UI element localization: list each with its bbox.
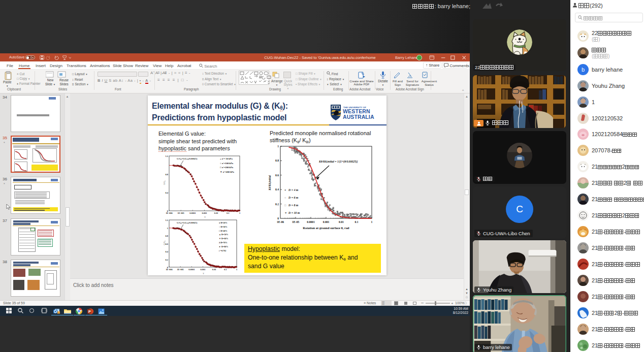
svg-text:P: P	[88, 309, 91, 314]
svg-text:○: ○	[284, 196, 286, 199]
svg-text:1: 1	[277, 145, 279, 148]
svg-text:0.1: 0.1	[227, 212, 230, 214]
svg-text:□ R=40%: □ R=40%	[219, 230, 228, 232]
svg-text:0.8: 0.8	[165, 235, 168, 237]
svg-text:0.0001: 0.0001	[307, 220, 315, 223]
svg-text:0.001: 0.001	[201, 268, 206, 271]
svg-text:e′=0.762: e′=0.762	[219, 249, 226, 252]
svg-text:0.4: 0.4	[275, 188, 279, 191]
svg-text:0.1: 0.1	[355, 220, 359, 223]
svg-text:1.2: 1.2	[165, 155, 168, 157]
svg-text:▼ σ′=400 kPa: ▼ σ′=400 kPa	[220, 171, 235, 173]
svg-text:0.001: 0.001	[202, 212, 207, 214]
svg-text:0.8: 0.8	[165, 173, 168, 176]
svg-text:0.01: 0.01	[214, 212, 218, 214]
svg-text:D = 8 m: D = 8 m	[288, 204, 299, 207]
svg-text:▼ R=60%: ▼ R=60%	[219, 237, 228, 240]
svg-text:+ σ′= 50 kPa: + σ′= 50 kPa	[220, 157, 233, 160]
svg-text:0.0001: 0.0001	[188, 268, 195, 271]
svg-text:0.001: 0.001	[323, 220, 330, 223]
svg-text:1E-006: 1E-006	[166, 212, 173, 214]
svg-text:0.0001: 0.0001	[189, 212, 196, 214]
svg-text:0.01: 0.01	[212, 268, 216, 271]
svg-text:G/G₀=1/(1+γ/0.00025): G/G₀=1/(1+γ/0.00025)	[177, 157, 198, 160]
svg-text:0.4: 0.4	[165, 191, 168, 194]
svg-text:○ σ′=100 kPa: ○ σ′=100 kPa	[220, 162, 234, 165]
svg-text:D = 10 m: D = 10 m	[288, 211, 300, 214]
svg-text:∆ R=70%: ∆ R=70%	[219, 241, 228, 244]
svg-text:1E-005: 1E-005	[178, 212, 185, 214]
svg-text:1: 1	[167, 227, 169, 230]
svg-text:▲ R=50%: ▲ R=50%	[219, 233, 228, 236]
svg-text:0.4: 0.4	[165, 250, 168, 253]
svg-text:● R=20%: ● R=20%	[219, 221, 228, 224]
svg-text:0.6: 0.6	[165, 243, 168, 245]
svg-text:□ σ′=200 kPa: □ σ′=200 kPa	[220, 166, 234, 169]
svg-text:1E-006: 1E-006	[166, 268, 173, 271]
svg-text:Rotation at ground surface θ,: Rotation at ground surface θ, rad	[303, 226, 349, 230]
svg-text:γ: γ	[203, 272, 205, 274]
svg-text:1.2: 1.2	[165, 219, 168, 221]
svg-text:0.01: 0.01	[339, 220, 344, 223]
svg-text:▼: ▼	[284, 211, 287, 214]
svg-text:0.2: 0.2	[165, 259, 168, 261]
svg-text:1: 1	[236, 268, 237, 271]
svg-text:G/G₀=1/(1+γ/0.00025): G/G₀=1/(1+γ/0.00025)	[177, 221, 198, 224]
svg-text:0.2: 0.2	[275, 203, 279, 206]
svg-text:0.1: 0.1	[224, 268, 227, 271]
svg-text:1: 1	[239, 212, 240, 214]
svg-text:D = 4 m: D = 4 m	[288, 188, 299, 191]
svg-text:1E-06: 1E-06	[277, 220, 284, 223]
svg-text:0: 0	[277, 217, 279, 220]
svg-text:0.6: 0.6	[275, 174, 279, 177]
svg-text:1E-005: 1E-005	[177, 268, 184, 271]
svg-text:0.8: 0.8	[275, 159, 279, 162]
svg-text:1E-05: 1E-05	[292, 220, 299, 223]
svg-text:●: ●	[284, 188, 286, 191]
svg-text:D = 6 m: D = 6 m	[288, 196, 299, 199]
svg-text:► R=80%: ► R=80%	[219, 245, 228, 248]
svg-text:AUSTRALIA: AUSTRALIA	[343, 114, 374, 120]
svg-text:G/G₀: G/G₀	[163, 180, 166, 185]
svg-text:1: 1	[371, 220, 373, 223]
svg-text:Kθ/Kθ,initial = 1/[1+(θ/0.0002: Kθ/Kθ,initial = 1/[1+(θ/0.00025)]	[318, 160, 358, 164]
svg-text:○ R=30%: ○ R=30%	[219, 226, 228, 228]
